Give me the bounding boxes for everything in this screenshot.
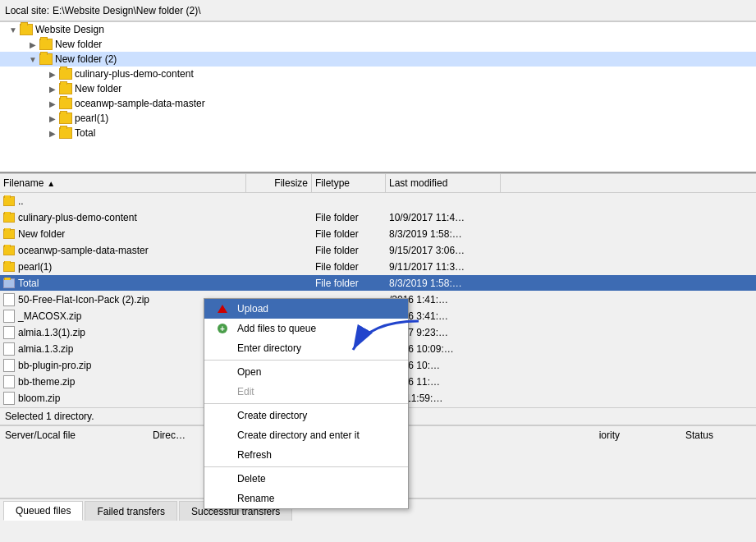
ctx-item-edit[interactable]: Edit	[204, 382, 408, 402]
tree-item-culinary[interactable]: ▶ culinary-plus-demo-content	[0, 67, 756, 81]
file-cell-name: Total	[0, 278, 246, 289]
tree-item-new-folder[interactable]: ▶ New folder	[0, 37, 756, 52]
ctx-item-refresh[interactable]: Refresh	[204, 445, 408, 465]
file-cell-type: File folder	[312, 245, 386, 256]
ctx-separator-1	[204, 360, 408, 361]
folder-icon-small	[3, 246, 15, 255]
col-header-filename[interactable]: Filename ▲	[0, 174, 246, 192]
upload-icon	[218, 305, 234, 313]
status-text: Selected 1 directory.	[5, 411, 94, 422]
file-cell-name: ..	[0, 195, 246, 207]
tree-item-pearl[interactable]: ▶ pearl(1)	[0, 111, 756, 126]
zip-icon	[3, 359, 15, 372]
folder-icon	[39, 53, 53, 65]
tree-label: oceanwp-sample-data-master	[75, 98, 205, 109]
sort-arrow: ▲	[47, 179, 55, 188]
tree-expander[interactable]: ▶	[26, 38, 39, 51]
tree-item-new-folder-sub[interactable]: ▶ New folder	[0, 81, 756, 96]
file-row-newfolder[interactable]: New folder File folder 8/3/2019 1:58:…	[0, 226, 756, 242]
zip-icon	[3, 342, 15, 356]
zip-icon	[3, 310, 15, 323]
tree-label: Total	[75, 127, 95, 139]
tree-item-oceanwp[interactable]: ▶ oceanwp-sample-data-master	[0, 96, 756, 111]
local-site-label: Local site:	[5, 5, 49, 16]
tree-expander[interactable]: ▼	[26, 53, 39, 66]
file-cell-name: culinary-plus-demo-content	[0, 212, 246, 223]
tree-item-new-folder-2[interactable]: ▼ New folder (2)	[0, 52, 756, 67]
ctx-item-enter-dir[interactable]: Enter directory	[204, 338, 408, 358]
ctx-separator-3	[204, 466, 408, 467]
tree-label: culinary-plus-demo-content	[75, 68, 194, 80]
tab-failed[interactable]: Failed transfers	[85, 501, 177, 521]
zip-icon	[3, 392, 15, 405]
zip-icon	[3, 293, 15, 306]
tree-expander[interactable]: ▶	[46, 126, 59, 140]
tree-item-website-design[interactable]: ▼ Website Design	[0, 22, 756, 37]
file-cell-date: 10/9/2017 11:4…	[386, 212, 501, 223]
file-cell-name: pearl(1)	[0, 261, 246, 273]
folder-icon-small	[3, 278, 15, 288]
ctx-item-create-dir[interactable]: Create directory	[204, 406, 408, 425]
tree-expander[interactable]: ▶	[46, 97, 59, 110]
col-header-filetype[interactable]: Filetype	[312, 174, 386, 192]
transfer-col4: Status	[685, 429, 751, 441]
tree-expander[interactable]: ▶	[46, 67, 59, 80]
ctx-item-rename[interactable]: Rename	[204, 489, 408, 508]
ctx-item-delete[interactable]: Delete	[204, 469, 408, 489]
local-site-bar: Local site: E:\Website Design\New folder…	[0, 0, 756, 21]
folder-icon-small	[3, 196, 15, 206]
file-cell-date: 9/11/2017 11:3…	[386, 261, 501, 273]
tree-label: New folder (2)	[55, 53, 117, 65]
local-site-path: E:\Website Design\New folder (2)\	[53, 5, 201, 16]
tab-queued[interactable]: Queued files	[3, 501, 83, 521]
tree-label: New folder	[55, 39, 102, 50]
tree-panel: ▼ Website Design ▶ New folder ▼ New fold…	[0, 21, 756, 173]
file-cell-date: 8/3/2019 1:58:…	[386, 228, 501, 240]
file-row-culinary[interactable]: culinary-plus-demo-content File folder 1…	[0, 209, 756, 226]
col-header-lastmod[interactable]: Last modified	[386, 174, 501, 192]
tree-item-total[interactable]: ▶ Total	[0, 126, 756, 140]
zip-icon	[3, 375, 15, 388]
col-header-filesize[interactable]: Filesize	[246, 174, 312, 192]
folder-icon	[59, 83, 72, 94]
ctx-separator-2	[204, 403, 408, 404]
file-cell-date: 9/15/2017 3:06…	[386, 245, 501, 256]
folder-icon	[59, 127, 72, 139]
folder-icon-small	[3, 229, 15, 239]
file-cell-type: File folder	[312, 212, 386, 223]
folder-icon-small	[3, 262, 15, 272]
file-cell-name: New folder	[0, 228, 246, 240]
folder-icon	[59, 68, 72, 80]
folder-icon	[59, 113, 72, 124]
ctx-item-add-queue[interactable]: + Add files to queue	[204, 319, 408, 338]
file-area: Filename ▲ Filesize Filetype Last modifi…	[0, 173, 756, 521]
ctx-item-open[interactable]: Open	[204, 362, 408, 382]
zip-icon	[3, 326, 15, 339]
tree-expander[interactable]: ▶	[46, 112, 59, 125]
folder-icon	[59, 98, 72, 109]
tree-label: pearl(1)	[75, 113, 108, 124]
tree-expander[interactable]: ▶	[46, 82, 59, 95]
folder-icon	[39, 39, 53, 50]
file-cell-date: 8/3/2019 1:58:…	[386, 278, 501, 289]
file-cell-name: oceanwp-sample-data-master	[0, 245, 246, 256]
file-row-total[interactable]: Total File folder 8/3/2019 1:58:…	[0, 275, 756, 292]
folder-icon-small	[3, 213, 15, 223]
file-row-oceanwp[interactable]: oceanwp-sample-data-master File folder 9…	[0, 242, 756, 259]
tree-expander[interactable]: ▼	[7, 23, 20, 36]
file-cell-type: File folder	[312, 278, 386, 289]
tree-label: New folder	[75, 83, 121, 94]
file-cell-type: File folder	[312, 228, 386, 240]
ctx-item-create-dir-enter[interactable]: Create directory and enter it	[204, 425, 408, 445]
file-list-header: Filename ▲ Filesize Filetype Last modifi…	[0, 173, 756, 193]
tree-label: Website Design	[35, 24, 104, 35]
context-menu: Upload + Add files to queue Enter direct…	[204, 298, 409, 509]
ctx-item-upload[interactable]: Upload	[204, 299, 408, 319]
file-row-parent[interactable]: ..	[0, 193, 756, 209]
file-cell-type: File folder	[312, 261, 386, 273]
transfer-col1: Server/Local file	[5, 429, 153, 441]
add-files-icon: +	[218, 324, 234, 333]
folder-icon	[20, 24, 33, 35]
file-row-pearl[interactable]: pearl(1) File folder 9/11/2017 11:3…	[0, 259, 756, 275]
